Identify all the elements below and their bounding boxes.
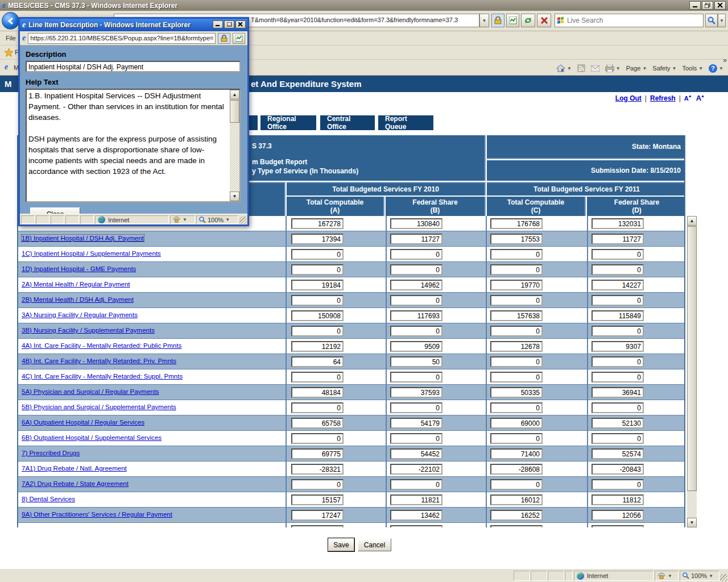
value-input-d[interactable]: 0	[592, 249, 644, 260]
font-size-increase-control[interactable]: A▲	[696, 94, 705, 102]
value-input-c[interactable]: 19770	[490, 280, 543, 290]
popup-protected-mode-segment[interactable]: ▼	[170, 215, 195, 224]
line-item-link[interactable]: 2B) Mental Health / DSH Adj. Payment	[22, 296, 134, 303]
cancel-button[interactable]: Cancel	[358, 538, 391, 551]
popup-maximize-button[interactable]	[224, 20, 234, 28]
line-item-link[interactable]: 3B) Nursing Facility / Supplemental Paym…	[22, 327, 155, 334]
value-input-d[interactable]: 0	[592, 479, 644, 490]
save-button[interactable]: Save	[328, 538, 354, 551]
help-menu[interactable]: ? ▼	[709, 64, 723, 73]
value-input-a[interactable]: 0	[291, 372, 344, 383]
line-item-link[interactable]: 4C) Int. Care Facility - Mentally Retard…	[22, 373, 183, 380]
line-item-link[interactable]: 9A) Other Practitioners' Services / Regu…	[22, 511, 172, 518]
popup-close-button[interactable]	[235, 20, 246, 28]
value-input-a[interactable]: 150908	[291, 310, 344, 321]
line-item-link[interactable]: 7A2) Drug Rebate / State Agreement	[22, 480, 129, 487]
value-input-b[interactable]: 11821	[390, 494, 442, 505]
value-input-d[interactable]: 11812	[592, 494, 644, 505]
value-input-b[interactable]: 54452	[390, 448, 442, 459]
value-input-a[interactable]: 19184	[291, 280, 344, 290]
value-input-c[interactable]: 12678	[490, 341, 543, 352]
value-input-c[interactable]: -28608	[490, 464, 543, 475]
line-item-link[interactable]: 6A) Outpatient Hospital / Regular Servic…	[22, 419, 144, 426]
value-input-d[interactable]: 115849	[592, 310, 644, 321]
home-button[interactable]: ▼	[556, 64, 572, 72]
value-input-d[interactable]: 132031	[592, 218, 644, 229]
value-input-a[interactable]: 0	[291, 433, 344, 444]
value-input-d[interactable]: 0	[592, 402, 644, 413]
value-input-d[interactable]: 0	[592, 372, 644, 383]
value-input-d[interactable]: 36941	[592, 387, 644, 398]
zoom-segment[interactable]: 100% ▼	[680, 571, 719, 581]
line-item-link[interactable]: 3A) Nursing Facility / Regular Payments	[22, 311, 138, 318]
value-input-c[interactable]: 69000	[490, 418, 543, 429]
value-input-d[interactable]	[592, 525, 644, 527]
value-input-d[interactable]: 14227	[592, 280, 644, 290]
value-input-c[interactable]: 0	[490, 479, 543, 490]
address-dropdown-button[interactable]: ▼	[479, 14, 489, 27]
value-input-b[interactable]: 0	[390, 249, 442, 260]
value-input-b[interactable]: -22102	[390, 464, 442, 475]
value-input-b[interactable]: 50	[390, 356, 442, 367]
value-input-a[interactable]: 17247	[291, 510, 344, 521]
value-input-d[interactable]: 0	[592, 433, 644, 444]
value-input-d[interactable]: 52130	[592, 418, 644, 429]
tools-menu[interactable]: Tools▼	[682, 65, 703, 72]
refresh-link[interactable]: Refresh	[650, 94, 676, 102]
tab-regional-office[interactable]: Regional Office	[260, 115, 316, 130]
value-input-d[interactable]: 0	[592, 295, 644, 306]
value-input-b[interactable]: 14962	[390, 280, 442, 290]
value-input-b[interactable]: 11727	[390, 234, 442, 244]
value-input-d[interactable]: 0	[592, 326, 644, 336]
scrollbar-thumb[interactable]	[687, 226, 697, 491]
line-item-link[interactable]: 7A1) Drug Rebate / Natl. Agreement	[22, 465, 127, 472]
line-item-link[interactable]: 2A) Mental Health / Regular Payment	[22, 281, 130, 288]
line-item-link[interactable]: 5B) Physician and Surgical / Supplementa…	[22, 404, 176, 410]
line-item-link[interactable]: 5A) Physician and Surgical / Regular Pay…	[22, 388, 159, 395]
value-input-d[interactable]: 0	[592, 356, 644, 367]
value-input-c[interactable]: 16252	[490, 510, 543, 521]
value-input-c[interactable]: 176768	[490, 218, 543, 229]
line-item-link[interactable]: 6B) Outpatient Hospital / Supplemental S…	[22, 434, 162, 441]
table-scrollbar[interactable]: ▲ ▼	[687, 216, 697, 527]
line-item-link[interactable]: 8) Dental Services	[22, 496, 75, 502]
value-input-a[interactable]: 0	[291, 249, 344, 260]
value-input-c[interactable]: 0	[490, 356, 543, 367]
value-input-d[interactable]: 52574	[592, 448, 644, 459]
value-input-a[interactable]: 17394	[291, 234, 344, 244]
value-input-d[interactable]: 12056	[592, 510, 644, 521]
value-input-a[interactable]: 0	[291, 326, 344, 336]
value-input-c[interactable]: 17553	[490, 234, 543, 244]
value-input-c[interactable]	[490, 525, 543, 527]
favorites-star-icon[interactable]	[5, 48, 13, 57]
minimize-button[interactable]	[689, 1, 701, 10]
restore-button[interactable]	[702, 1, 713, 10]
menu-file[interactable]: File	[6, 35, 16, 41]
live-search-input[interactable]: Live Search	[555, 14, 704, 27]
line-item-link[interactable]: 4B) Int. Care Facility - Mentally Retard…	[22, 357, 176, 364]
value-input-c[interactable]: 157638	[490, 310, 543, 321]
description-input[interactable]: Inpatient Hospital / DSH Adj. Payment	[26, 61, 241, 72]
refresh-button[interactable]	[521, 14, 535, 27]
value-input-b[interactable]: 0	[390, 264, 442, 275]
value-input-b[interactable]: 54179	[390, 418, 442, 429]
compatibility-view-icon[interactable]	[506, 14, 519, 27]
value-input-d[interactable]: 9307	[592, 341, 644, 352]
line-item-link[interactable]: 1C) Inpatient Hospital / Supplemental Pa…	[22, 250, 161, 257]
value-input-a[interactable]: 69775	[291, 448, 344, 459]
value-input-b[interactable]: 0	[390, 295, 442, 306]
protected-mode-segment[interactable]: ▼	[655, 571, 679, 581]
value-input-c[interactable]: 71400	[490, 448, 543, 459]
value-input-c[interactable]: 0	[490, 402, 543, 413]
value-input-c[interactable]: 16012	[490, 494, 543, 505]
safety-menu[interactable]: Safety▼	[652, 65, 676, 72]
tab-report-queue[interactable]: Report Queue	[378, 115, 433, 130]
value-input-a[interactable]: 0	[291, 402, 344, 413]
read-mail-button[interactable]	[591, 65, 599, 72]
print-button[interactable]: ▼	[605, 65, 621, 72]
value-input-d[interactable]: 11727	[592, 234, 644, 244]
feeds-button[interactable]	[577, 64, 585, 72]
value-input-a[interactable]	[291, 525, 344, 527]
scroll-up-button[interactable]: ▲	[687, 216, 697, 226]
page-menu[interactable]: Page▼	[626, 65, 647, 72]
